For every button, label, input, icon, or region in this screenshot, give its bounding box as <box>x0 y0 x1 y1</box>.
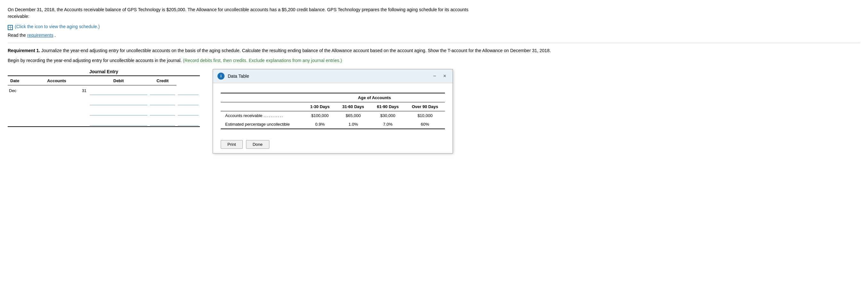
ar-1-30: $100,000 <box>304 111 336 120</box>
instruction-green: (Record debits first, then credits. Excl… <box>183 58 342 63</box>
ar-label: Accounts receivable ........... <box>221 111 304 120</box>
table-row <box>8 96 200 106</box>
pct-label: Estimated percentage uncollectible <box>221 120 304 129</box>
requirement-bold: Requirement 1. <box>8 48 40 53</box>
accounts-cell-1[interactable] <box>88 85 149 96</box>
empty-subheader <box>221 102 304 111</box>
journal-table: Date Accounts Debit Credit Dec 31 <box>8 75 200 127</box>
date-day-4 <box>25 116 88 126</box>
read-requirements-line: Read the requirements . <box>8 33 860 38</box>
debit-input-2[interactable] <box>150 96 176 105</box>
date-month-3 <box>8 106 25 116</box>
pct-61-90: 7.0% <box>371 120 405 129</box>
accounts-cell-3[interactable] <box>88 106 149 116</box>
pct-over-90: 60% <box>405 120 445 129</box>
requirements-link[interactable]: requirements <box>27 33 54 38</box>
debit-cell-2[interactable] <box>149 96 177 106</box>
date-month-4 <box>8 116 25 126</box>
grid-table-icon <box>8 23 13 30</box>
info-icon: i <box>217 73 224 80</box>
popup-controls: − × <box>431 73 448 80</box>
data-table-popup: i Data Table − × Age of Accounts 1-30 Da… <box>213 69 453 153</box>
credit-cell-3[interactable] <box>177 106 200 116</box>
date-month-1: Dec <box>8 85 25 96</box>
date-day-3 <box>25 106 88 116</box>
credit-input-2[interactable] <box>178 96 198 105</box>
ar-31-60: $65,000 <box>336 111 371 120</box>
credit-input-3[interactable] <box>178 107 198 115</box>
debit-cell-3[interactable] <box>149 106 177 116</box>
date-day-2 <box>25 96 88 106</box>
debit-cell-1[interactable] <box>149 85 177 96</box>
popup-minimize-button[interactable]: − <box>431 73 438 80</box>
print-button[interactable]: Print <box>221 140 243 149</box>
click-icon-link[interactable]: (Click the icon to view the aging schedu… <box>8 23 860 30</box>
instruction-text: Begin by recording the year-end adjustin… <box>8 57 488 64</box>
journal-credit-header: Credit <box>149 76 177 85</box>
accounts-input-4[interactable] <box>90 117 147 126</box>
empty-header <box>221 93 304 102</box>
ar-dots: ........... <box>264 113 283 118</box>
main-content: Journal Entry Date Accounts Debit Credit… <box>8 69 860 153</box>
table-row: Dec 31 <box>8 85 200 96</box>
journal-section: Journal Entry Date Accounts Debit Credit… <box>8 69 200 127</box>
ar-over-90: $10,000 <box>405 111 445 120</box>
done-button[interactable]: Done <box>246 140 269 149</box>
age-of-accounts-header: Age of Accounts <box>304 93 445 102</box>
col-header-31-60: 31-60 Days <box>336 102 371 111</box>
requirement-body: Journalize the year-end adjusting entry … <box>41 48 551 53</box>
credit-cell-2[interactable] <box>177 96 200 106</box>
col-header-over-90: Over 90 Days <box>405 102 445 111</box>
popup-footer: Print Done <box>213 136 453 153</box>
accounts-cell-4[interactable] <box>88 116 149 126</box>
data-row-pct: Estimated percentage uncollectible 0.9% … <box>221 120 445 129</box>
debit-input-1[interactable] <box>150 86 176 95</box>
journal-title: Journal Entry <box>8 69 200 74</box>
accounts-input-1[interactable] <box>90 86 147 95</box>
accounts-input-2[interactable] <box>90 96 147 105</box>
intro-paragraph: On December 31, 2018, the Accounts recei… <box>8 6 488 20</box>
debit-input-3[interactable] <box>150 107 176 115</box>
requirement-text: Requirement 1. Journalize the year-end a… <box>8 47 552 54</box>
date-day-1: 31 <box>25 85 88 96</box>
click-link-label: (Click the icon to view the aging schedu… <box>15 24 100 29</box>
journal-debit-header: Debit <box>88 76 149 85</box>
popup-body: Age of Accounts 1-30 Days 31-60 Days 61-… <box>213 83 453 136</box>
credit-cell-1[interactable] <box>177 85 200 96</box>
data-row-ar: Accounts receivable ........... $100,000… <box>221 111 445 120</box>
debit-cell-4[interactable] <box>149 116 177 126</box>
credit-cell-4[interactable] <box>177 116 200 126</box>
popup-close-button[interactable]: × <box>441 73 448 80</box>
data-inner-table: Age of Accounts 1-30 Days 31-60 Days 61-… <box>221 93 445 129</box>
read-prefix: Read the <box>8 33 27 38</box>
col-header-1-30: 1-30 Days <box>304 102 336 111</box>
ar-61-90: $30,000 <box>371 111 405 120</box>
table-row <box>8 106 200 116</box>
journal-accounts-header: Accounts <box>25 76 88 85</box>
pct-1-30: 0.9% <box>304 120 336 129</box>
date-month-2 <box>8 96 25 106</box>
table-row <box>8 116 200 126</box>
popup-header: i Data Table − × <box>213 69 453 83</box>
accounts-input-3[interactable] <box>90 107 147 115</box>
read-suffix: . <box>55 33 56 38</box>
section-divider <box>8 43 860 43</box>
popup-header-left: i Data Table <box>217 73 249 80</box>
accounts-cell-2[interactable] <box>88 96 149 106</box>
pct-31-60: 1.0% <box>336 120 371 129</box>
journal-date-header: Date <box>8 76 25 85</box>
instruction-prefix: Begin by recording the year-end adjustin… <box>8 58 183 63</box>
col-header-61-90: 61-90 Days <box>371 102 405 111</box>
popup-title: Data Table <box>228 74 249 79</box>
credit-input-4[interactable] <box>178 117 198 126</box>
credit-input-1[interactable] <box>178 86 198 95</box>
requirement-section: Requirement 1. Journalize the year-end a… <box>8 47 860 64</box>
debit-input-4[interactable] <box>150 117 176 126</box>
